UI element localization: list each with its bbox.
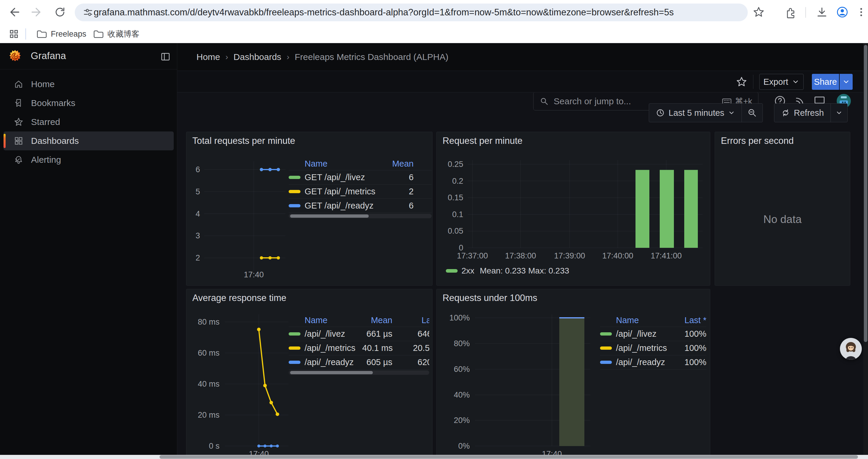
refresh-interval-button[interactable] — [831, 104, 847, 122]
series-last-value: 100% — [677, 357, 706, 367]
series-name[interactable]: /api/_/readyz — [616, 357, 677, 367]
zoom-out-icon — [747, 108, 757, 118]
folder-icon — [36, 29, 47, 39]
panel-request-per-minute: Request per minute 0.250.20.150.10.05017… — [436, 132, 710, 286]
url-input[interactable] — [94, 7, 740, 18]
address-bar[interactable] — [75, 4, 748, 21]
table-row[interactable]: GET /api/_/livez6 — [289, 170, 414, 184]
chevron-down-icon[interactable] — [13, 137, 21, 145]
series-mean-value: 605 µs — [355, 357, 392, 367]
column-header-last[interactable]: Last * — [392, 316, 429, 325]
column-header-name[interactable]: Name — [305, 159, 390, 169]
export-button[interactable]: Export — [759, 74, 804, 90]
table-row[interactable]: /api/_/readyz100% — [600, 355, 706, 369]
sidebar-item-alerting[interactable]: Alerting — [4, 150, 174, 169]
table-row[interactable]: GET /api/_/readyz6 — [289, 199, 414, 213]
series-name[interactable]: /api/_/livez — [305, 329, 355, 339]
svg-text:Mean: 0.233: Mean: 0.233 — [480, 266, 526, 275]
bookmark-label: Freeleaps — [51, 30, 86, 39]
series-swatch — [289, 332, 305, 335]
browser-menu-icon[interactable] — [853, 4, 868, 20]
sidebar-item-home[interactable]: Home — [4, 75, 174, 94]
series-color-dash — [600, 347, 612, 350]
table-scrollbar[interactable] — [289, 370, 429, 375]
table-scrollbar-thumb[interactable] — [290, 215, 369, 218]
table-row[interactable]: /api/_/metrics100% — [600, 341, 706, 355]
share-menu-button[interactable] — [840, 74, 852, 90]
series-last-value: 646 µs — [392, 329, 429, 339]
reload-icon[interactable] — [52, 4, 68, 20]
svg-text:0.05: 0.05 — [447, 227, 463, 235]
chevron-down-icon[interactable] — [13, 99, 21, 107]
back-icon[interactable] — [6, 4, 22, 20]
panel-title[interactable]: Errors per second — [721, 136, 794, 146]
series-name[interactable]: /api/_/livez — [616, 329, 677, 339]
chevron-down-icon[interactable] — [13, 118, 21, 126]
forward-icon[interactable] — [29, 4, 45, 20]
sidebar-item-dashboards[interactable]: Dashboards — [4, 131, 174, 150]
chevron-down-icon[interactable] — [13, 156, 21, 164]
grafana-logo-icon[interactable] — [8, 49, 22, 63]
table-row[interactable]: /api/_/livez661 µs646 µs — [289, 327, 429, 341]
zoom-out-button[interactable] — [742, 104, 763, 122]
sidebar-item-label: Dashboards — [31, 136, 79, 146]
series-name[interactable]: GET /api/_/metrics — [305, 187, 390, 196]
bookmark-star-icon[interactable] — [751, 4, 767, 20]
site-settings-icon[interactable] — [83, 7, 94, 18]
extensions-icon[interactable] — [782, 4, 798, 20]
profile-icon[interactable] — [834, 4, 850, 20]
sidebar-nav: HomeBookmarksStarredDashboardsAlerting — [0, 75, 177, 169]
collapse-sidebar-icon[interactable] — [160, 52, 171, 62]
svg-text:100%: 100% — [450, 314, 470, 322]
star-dashboard-icon[interactable] — [734, 74, 749, 90]
svg-text:0.1: 0.1 — [452, 210, 463, 219]
avatar-pixel-art — [844, 102, 846, 103]
column-header-name[interactable]: Name — [616, 316, 677, 325]
horizontal-scrollbar[interactable] — [0, 455, 868, 459]
series-name[interactable]: /api/_/metrics — [305, 343, 355, 353]
bookmark-folder-blogs[interactable]: 收藏博客 — [89, 27, 144, 41]
apps-grid-icon[interactable] — [4, 27, 24, 41]
table-row[interactable]: /api/_/livez100% — [600, 327, 706, 341]
refresh-group: Refresh — [774, 103, 848, 122]
panel-requests-under-100ms: Requests under 100ms 100%80%60%40%20%0%1… — [436, 289, 710, 459]
floating-assistant-avatar[interactable] — [840, 338, 862, 360]
vertical-scrollbar-thumb[interactable] — [864, 45, 867, 342]
horizontal-scrollbar-thumb[interactable] — [159, 455, 858, 459]
column-header-name[interactable]: Name — [305, 316, 355, 325]
column-header-last[interactable]: Last * — [677, 316, 706, 325]
sidebar-item-bookmarks[interactable]: Bookmarks — [4, 94, 174, 112]
breadcrumb-separator: › — [286, 52, 289, 62]
series-swatch — [600, 361, 616, 364]
series-name[interactable]: /api/_/metrics — [616, 343, 677, 353]
series-last-value: 100% — [677, 329, 706, 339]
column-header-mean[interactable]: Mean — [390, 159, 414, 169]
table-header-row: NameLast * — [600, 314, 706, 327]
sidebar-item-label: Home — [31, 79, 55, 89]
refresh-button[interactable]: Refresh — [774, 104, 831, 122]
column-header-mean[interactable]: Mean — [355, 316, 392, 325]
vertical-scrollbar[interactable] — [863, 43, 868, 455]
series-name[interactable]: GET /api/_/readyz — [305, 201, 390, 210]
chevron-down-icon — [728, 109, 735, 117]
download-icon[interactable] — [814, 4, 830, 20]
time-range-picker[interactable]: Last 5 minutes — [649, 104, 742, 122]
series-name[interactable]: /api/_/readyz — [305, 357, 355, 367]
table-row[interactable]: /api/_/readyz605 µs620 µs — [289, 355, 429, 369]
svg-text:17:40:00: 17:40:00 — [602, 251, 633, 260]
table-row[interactable]: GET /api/_/metrics2 — [289, 185, 414, 198]
table-row[interactable]: /api/_/metrics40.1 ms20.5 ms — [289, 341, 429, 355]
sidebar-item-starred[interactable]: Starred — [4, 112, 174, 131]
svg-text:0.2: 0.2 — [452, 177, 463, 186]
series-name[interactable]: GET /api/_/livez — [305, 172, 390, 182]
table-scrollbar-thumb[interactable] — [290, 371, 373, 374]
share-button[interactable]: Share — [812, 74, 839, 90]
series-mean-value: 6 — [390, 172, 414, 182]
toolbar-divider — [753, 75, 753, 89]
bookmark-folder-freeleaps[interactable]: Freeleaps — [32, 27, 90, 41]
breadcrumb-item[interactable]: Home — [196, 52, 220, 62]
table-scrollbar[interactable] — [289, 214, 432, 218]
dashboard-toolbar: Export Share — [177, 71, 868, 93]
home-icon — [13, 79, 24, 89]
breadcrumb-item[interactable]: Dashboards — [234, 52, 281, 62]
